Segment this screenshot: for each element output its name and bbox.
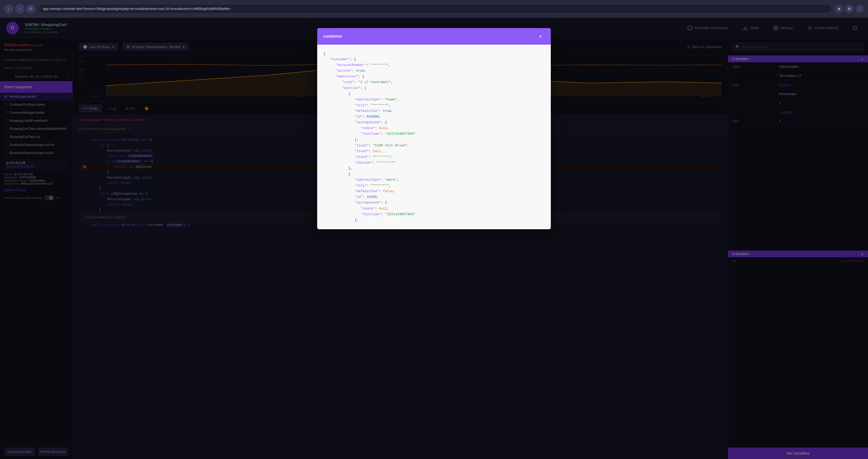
json-line: "addressType": "work", <box>323 177 545 183</box>
json-line: "city": "*******", <box>323 102 545 108</box>
modal-body: { "customer": { "accountNumber": "******… <box>317 45 551 229</box>
json-line: { <box>323 91 545 97</box>
json-line: "zipcode": "*******" <box>323 160 545 165</box>
menu-icon[interactable]: ⋮ <box>856 5 864 13</box>
json-line: }, <box>323 217 545 223</box>
nav-buttons: ‹ › ↻ <box>4 4 35 13</box>
json-line: "defaultInd": false, <box>323 188 545 194</box>
json-line: "state": "*******", <box>323 154 545 160</box>
customer-modal: customer × { "customer": { "accountNumbe… <box>317 28 551 229</box>
json-line: "fastTime": "1571154057944" <box>323 131 545 137</box>
json-line: "addresses": { <box>323 74 545 80</box>
extensions-icon[interactable]: ⚙ <box>845 5 854 13</box>
url-text: app.overops.com/tale.html?source=34&gt=p… <box>43 7 231 11</box>
modal-overlay: customer × { "customer": { "accountNumbe… <box>0 18 868 459</box>
json-line: "defaultInd": true, <box>323 108 545 114</box>
url-bar[interactable]: app.overops.com/tale.html?source=34&gt=p… <box>38 4 832 13</box>
bookmark-icon[interactable]: ★ <box>835 5 843 13</box>
json-line: "entries": [ <box>323 85 545 91</box>
json-line: "size": "2 (2 recorded)", <box>323 80 545 85</box>
json-line: "id": 16165, <box>323 194 545 200</box>
json-line: { <box>323 171 545 177</box>
json-line: "cdate": null, <box>323 125 545 131</box>
json-line: "cdate": null, <box>323 206 545 212</box>
browser-chrome: ‹ › ↻ app.overops.com/tale.html?source=3… <box>0 0 868 18</box>
modal-close-btn[interactable]: × <box>536 32 545 40</box>
json-line: "accountNumber": "*******", <box>323 62 545 68</box>
json-line: "id": 643999, <box>323 114 545 120</box>
json-line: }, <box>323 165 545 171</box>
json-line: "addressType": "home", <box>323 97 545 102</box>
json-line: "city": "*******", <box>323 183 545 188</box>
forward-button[interactable]: › <box>15 4 24 13</box>
modal-title: customer <box>323 34 342 39</box>
json-line: "lastUpdated": { <box>323 200 545 206</box>
reload-button[interactable]: ↻ <box>26 4 35 13</box>
json-line: "fastTime": "1571154057944" <box>323 212 545 217</box>
json-line: "lastUpdated": { <box>323 120 545 125</box>
json-line: "line2": null, <box>323 149 545 154</box>
json-line: "customer": { <box>323 57 545 62</box>
json-line: "active": true, <box>323 68 545 74</box>
browser-actions: ★ ⚙ ⋮ <box>835 5 864 13</box>
json-line: }, <box>323 137 545 143</box>
modal-header: customer × <box>317 28 551 45</box>
json-line: { <box>323 51 545 57</box>
json-line: "line1": "1100 York Drive", <box>323 143 545 149</box>
back-button[interactable]: ‹ <box>4 4 13 13</box>
